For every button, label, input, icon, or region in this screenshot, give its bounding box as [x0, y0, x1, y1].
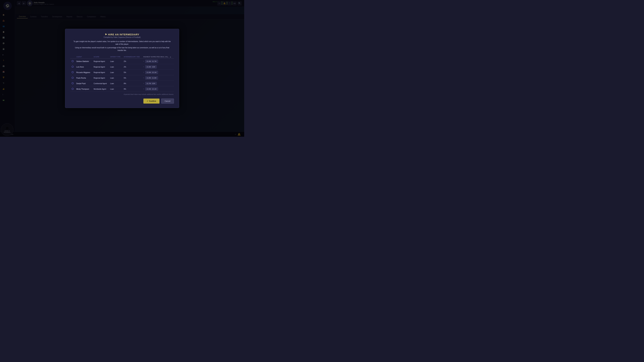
agent-deal-value-1: • £1.6M - £2M	[142, 64, 174, 70]
description-line2: Using an Intermediary would result both …	[72, 46, 172, 52]
table-note: Expected Deal Value may include addition…	[70, 93, 174, 95]
col-agent: AGENT	[75, 55, 92, 59]
agent-name-2: Riccardo Miggiano	[75, 70, 92, 75]
deal-value-button-0[interactable]: £1.4M - £1.7M	[145, 60, 158, 63]
deal-dot-1: •	[143, 66, 144, 68]
trophy-icon: ⚑	[105, 33, 108, 36]
agent-deal-value-2: • £1.6M - £2.1M	[142, 70, 174, 75]
modal-description: To gain insight into the player's market…	[70, 40, 174, 52]
agent-scope-5: Worldwide Agent	[92, 86, 109, 92]
radio-cell-3[interactable]	[70, 75, 75, 81]
table-row[interactable]: Danijel Prpić Continental Agent Loan 8% …	[70, 81, 174, 86]
confirm-button[interactable]: ✓ Confirm	[144, 98, 160, 104]
modal-subtitle: Compiled by Fabio Capanna (Director of F…	[70, 36, 174, 38]
radio-cell-0[interactable]	[70, 59, 75, 64]
radio-cell-5[interactable]	[70, 86, 75, 92]
deal-value-button-2[interactable]: £1.6M - £2.1M	[145, 71, 158, 74]
agent-name-0: Stefano Battistini	[75, 59, 92, 64]
agent-deal-value-4: • £1.7M - £2M	[142, 81, 174, 86]
agent-deal-value-3: • £1.8M - £1.8M	[142, 75, 174, 81]
agent-offer-type-3: Loan	[109, 75, 122, 81]
col-scope: SCOPE	[92, 55, 109, 59]
deal-dot-3: •	[143, 77, 144, 79]
radio-cell-1[interactable]	[70, 64, 75, 70]
table-header-row: AGENT SCOPE OFFER TYPE INTERMEDIARY FEE …	[70, 55, 174, 59]
col-offer-type: OFFER TYPE	[109, 55, 122, 59]
agent-offer-type-0: Loan	[109, 59, 122, 64]
agent-offer-type-2: Loan	[109, 70, 122, 75]
description-line1: To gain insight into the player's market…	[72, 40, 172, 45]
agent-scope-1: Regional Agent	[92, 64, 109, 70]
agent-scope-0: Regional Agent	[92, 59, 109, 64]
agent-fee-3: 5%	[122, 75, 142, 81]
checkmark-icon: ✓	[147, 100, 148, 102]
agent-offer-type-4: Loan	[109, 81, 122, 86]
table-row[interactable]: Riccardo Miggiano Regional Agent Loan 5%…	[70, 70, 174, 75]
agent-fee-5: 9%	[122, 86, 142, 92]
radio-cell-2[interactable]	[70, 70, 75, 75]
deal-dot-2: •	[143, 71, 144, 73]
agent-name-3: Paulo Rocha	[75, 75, 92, 81]
deal-dot-4: •	[143, 82, 144, 84]
agents-table: AGENT SCOPE OFFER TYPE INTERMEDIARY FEE …	[70, 55, 174, 92]
table-row[interactable]: Stefano Battistini Regional Agent Loan 2…	[70, 59, 174, 64]
agent-offer-type-5: Loan	[109, 86, 122, 92]
deal-dot-5: •	[143, 88, 144, 90]
radio-button-4[interactable]	[72, 82, 74, 84]
modal-overlay: ⚑ HIRE AN INTERMEDIARY Compiled by Fabio…	[0, 0, 244, 137]
table-row[interactable]: Paulo Rocha Regional Agent Loan 5% • £1.…	[70, 75, 174, 81]
radio-button-1[interactable]	[72, 66, 74, 68]
modal-title: ⚑ HIRE AN INTERMEDIARY	[70, 33, 174, 36]
radio-button-0[interactable]	[72, 60, 74, 62]
cancel-button[interactable]: Cancel	[161, 98, 174, 104]
radio-cell-4[interactable]	[70, 81, 75, 86]
table-row[interactable]: Luís Novo Regional Agent Loan 2% • £1.6M…	[70, 64, 174, 70]
agent-offer-type-1: Loan	[109, 64, 122, 70]
col-radio	[70, 55, 75, 59]
agent-fee-2: 5%	[122, 70, 142, 75]
radio-button-2[interactable]	[72, 71, 74, 73]
agent-fee-1: 2%	[122, 64, 142, 70]
deal-value-button-3[interactable]: £1.8M - £1.8M	[145, 76, 158, 79]
deal-value-button-1[interactable]: £1.6M - £2M	[145, 65, 157, 68]
deal-value-button-5[interactable]: £1.5M - £2.1M	[145, 87, 158, 90]
agent-deal-value-0: • £1.4M - £1.7M	[142, 59, 174, 64]
agent-name-1: Luís Novo	[75, 64, 92, 70]
agent-scope-3: Regional Agent	[92, 75, 109, 81]
agent-deal-value-5: • £1.5M - £2.1M	[142, 86, 174, 92]
modal-header: ⚑ HIRE AN INTERMEDIARY Compiled by Fabio…	[70, 33, 174, 38]
agent-scope-4: Continental Agent	[92, 81, 109, 86]
deal-value-button-4[interactable]: £1.7M - £2M	[145, 82, 157, 85]
agent-fee-0: 2%	[122, 59, 142, 64]
col-fee: INTERMEDIARY FEE	[122, 55, 142, 59]
deal-dot-0: •	[143, 60, 144, 62]
modal-footer: ✓ Confirm Cancel	[70, 98, 174, 104]
table-row[interactable]: Mindy Thompson Worldwide Agent Loan 9% •…	[70, 86, 174, 92]
col-deal-value: HIGHEST EXPECTED DEAL VAL...	[142, 55, 174, 59]
hire-intermediary-modal: ⚑ HIRE AN INTERMEDIARY Compiled by Fabio…	[65, 29, 179, 108]
agent-name-5: Mindy Thompson	[75, 86, 92, 92]
agent-scope-2: Regional Agent	[92, 70, 109, 75]
radio-button-5[interactable]	[72, 88, 74, 90]
radio-button-3[interactable]	[72, 77, 74, 79]
agent-fee-4: 8%	[122, 81, 142, 86]
agent-name-4: Danijel Prpić	[75, 81, 92, 86]
